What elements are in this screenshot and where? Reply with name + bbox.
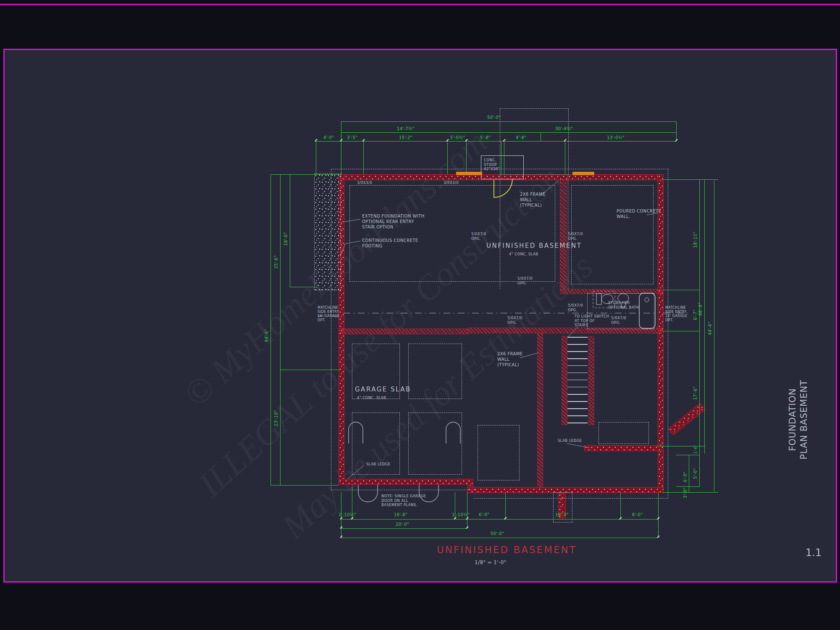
dim-ext [565, 141, 565, 174]
dim-line [270, 485, 339, 486]
opening-label: 5/0X7/0 OPG. [507, 316, 522, 325]
opening-label: 5/0X7/0 OPG. [471, 232, 486, 241]
garage-hook-2 [446, 422, 460, 444]
opening-label: 5/0X7/0 OPG. [611, 316, 626, 325]
dim-label: 6'-7" [693, 310, 698, 320]
toilet-tank [596, 294, 601, 304]
dim-line [341, 121, 676, 122]
dim-label: 5'-8" [480, 135, 491, 140]
dim-line [270, 174, 271, 485]
dim-ext [676, 121, 677, 141]
dim-label: 5'-0½" [450, 135, 465, 140]
dim-ext [505, 492, 506, 519]
dim-line [699, 179, 700, 486]
dim-label: 17'-6" [693, 386, 698, 400]
opening-label: 5/0X7/0 OPG. [568, 303, 583, 312]
door-swing [494, 179, 512, 197]
dim-ext [341, 121, 341, 174]
dim-label: 4'-0" [323, 135, 334, 140]
dim-line [280, 174, 281, 370]
dim-ext [620, 492, 621, 519]
room-sublabel-basement: 4" CONC. SLAB [509, 252, 538, 257]
note-continuous-footing: CONTINUOUS CONCRETE FOOTING [362, 238, 418, 249]
dim-line [663, 492, 718, 493]
garage-hook-1 [349, 422, 363, 444]
dim-label: 6'-0" [683, 472, 688, 482]
opening-label: 5/0X7/0 OPG. [568, 232, 583, 241]
dim-label: 25'-6" [274, 255, 278, 269]
note-slab-ledge: SLAB LEDGE [366, 462, 390, 467]
dim-line [663, 331, 700, 331]
leader-light-switch [568, 327, 578, 337]
dim-line [341, 132, 676, 133]
sheet-title-line2: PLAN BASEMENT [798, 357, 810, 483]
note-matchline-left: MATCHLINE SIDE ENTRY 16' GARAGE OPT. [318, 306, 339, 323]
dim-line [341, 528, 467, 529]
dim-ext [658, 492, 659, 538]
dim-line [341, 519, 658, 520]
note-poured-wall: POURED CONCRETE WALL. [617, 208, 661, 219]
dim-label: 48'-0" [698, 302, 703, 316]
dim-line [280, 370, 339, 370]
dim-line [676, 486, 700, 487]
window-label: 3/0X3/0 [444, 181, 459, 185]
dim-label: 44'-6" [708, 322, 712, 335]
dim-label: 1'-6" [694, 445, 698, 454]
dim-label: 18'-0" [284, 232, 288, 246]
leader-slab-ledge-right [567, 444, 590, 448]
window-label: 3/0X3/0 [357, 181, 372, 185]
note-stubs-bath: STUBS FOR OPTIONAL BATH [608, 301, 639, 310]
sheet-title-line1: FOUNDATION [787, 357, 798, 483]
dim-label: 1'-10½" [452, 512, 470, 517]
dim-ext [541, 132, 541, 141]
dim-label: 16'-8" [394, 512, 407, 517]
dim-label: 18'-11" [693, 231, 698, 248]
dim-line [676, 455, 700, 455]
note-garage-door: NOTE: SINGLE GARAGE DOOR ON ALL BASEMENT… [381, 494, 426, 507]
dim-ext [447, 141, 448, 174]
leader-extend-foundation [344, 219, 360, 222]
dim-label: 15'-2" [399, 135, 412, 140]
stoop-label: CONC. STOOP 42"X36" [484, 158, 500, 171]
dim-line [657, 446, 705, 446]
note-light-switch: TO LIGHT SWITCH AT TOP OF STAIRS [575, 314, 609, 328]
dim-line [341, 538, 658, 538]
note-frame-wall-2: 2X6 FRAME WALL (TYPICAL) [497, 351, 522, 368]
dim-label: 20'-0" [396, 522, 409, 527]
dim-label: 50'-0" [491, 531, 504, 536]
dim-label: 23'-10" [274, 410, 278, 426]
dim-label: 44'-6" [264, 329, 269, 342]
dim-label: 5'-0" [693, 468, 698, 479]
dim-ext [501, 141, 501, 174]
dim-line [270, 174, 339, 175]
dim-line [280, 370, 281, 485]
drawing-scale: 1/8" = 1'-0" [475, 559, 507, 566]
garage-door-arc-1 [358, 485, 378, 502]
room-sublabel-garage: 4" CONC. SLAB [357, 396, 386, 400]
dim-label: 13'-0½" [607, 135, 625, 140]
room-label-garage: GARAGE SLAB [355, 386, 411, 394]
dim-label: 6'-0" [479, 512, 489, 517]
tub-drain [645, 298, 649, 302]
dim-line [714, 179, 714, 492]
note-extend-foundation: EXTEND FOUNDATION WITH OPTIONAL REAR ENT… [362, 213, 425, 230]
room-label-basement: UNFINISHED BASEMENT [486, 242, 582, 250]
dim-line [704, 179, 705, 454]
dim-label: 30'-4½" [555, 126, 573, 131]
dim-label: 14'-7½" [397, 126, 415, 131]
note-matchline-right: MATCHLINE SIDE ENTRY 16' GARAGE OPT. [665, 306, 687, 323]
sheet-number: 1.1 [806, 547, 822, 559]
opening-label: 5/0X7/0 OPG. [517, 276, 533, 285]
dim-ext [504, 141, 504, 174]
dim-label: 16'-0" [555, 512, 569, 517]
dim-line [290, 174, 290, 287]
sheet-title: FOUNDATION PLAN BASEMENT [787, 357, 810, 483]
dim-label: 3'-0" [683, 488, 688, 498]
leader-footing [341, 241, 360, 255]
note-frame-wall: 2X6 FRAME WALL (TYPICAL) [520, 192, 545, 208]
note-slab-ledge: SLAB LEDGE [558, 438, 582, 443]
dim-line [290, 287, 316, 287]
tub [639, 293, 655, 328]
dim-label: 6'-0" [632, 512, 643, 517]
dim-ext [363, 141, 364, 174]
